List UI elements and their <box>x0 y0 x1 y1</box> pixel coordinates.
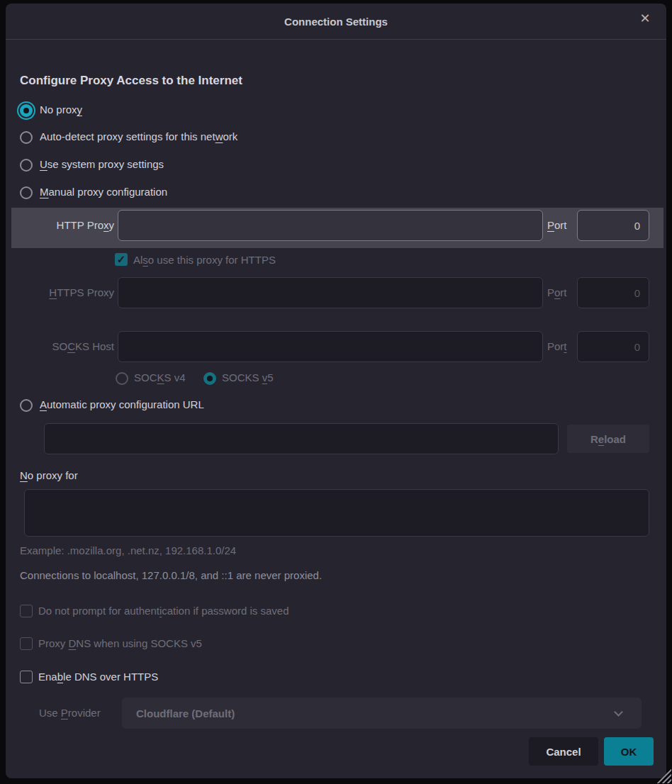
radio-manual-label: Manual proxy configuration <box>40 186 167 198</box>
connection-settings-dialog <box>6 4 666 778</box>
http-port-label: Port <box>547 210 567 241</box>
radio-auto-detect-label: Auto-detect proxy settings for this netw… <box>40 130 237 142</box>
provider-dropdown-value: Cloudflare (Default) <box>136 707 235 719</box>
radio-auto-url-label: Automatic proxy configuration URL <box>40 398 204 410</box>
no-proxy-for-label: No proxy for <box>20 469 78 481</box>
radio-socks-v4-label: SOCKS v4 <box>134 371 186 383</box>
http-port-input[interactable] <box>577 210 649 241</box>
reload-button[interactable]: Reload <box>567 425 649 453</box>
radio-no-proxy-label: No proxy <box>40 103 82 116</box>
chevron-down-icon <box>614 707 623 717</box>
check-icon: ✓ <box>117 253 126 265</box>
also-https-label: Also use this proxy for HTTPS <box>133 254 276 266</box>
radio-socks-v4[interactable] <box>116 372 128 385</box>
proxy-dns-checkbox[interactable] <box>20 637 33 650</box>
socks-port-label: Port <box>547 331 567 362</box>
https-proxy-label: HTTPS Proxy <box>14 277 114 308</box>
socks-host-label: SOCKS Host <box>14 331 114 362</box>
no-prompt-auth-label: Do not prompt for authentication if pass… <box>38 605 289 617</box>
no-proxy-for-textarea[interactable] <box>24 489 649 537</box>
radio-manual[interactable] <box>20 186 33 199</box>
dialog-title: Connection Settings <box>6 4 666 40</box>
auto-url-input[interactable] <box>44 423 559 454</box>
socks-host-input[interactable] <box>118 331 543 362</box>
https-port-input[interactable] <box>577 277 649 308</box>
enable-doh-label: Enable DNS over HTTPS <box>38 671 158 683</box>
ok-button[interactable]: OK <box>604 737 654 766</box>
http-proxy-label: HTTP Proxy <box>14 210 114 241</box>
socks-port-input[interactable] <box>577 331 649 362</box>
radio-auto-detect[interactable] <box>20 131 33 144</box>
provider-dropdown[interactable]: Cloudflare (Default) <box>122 698 642 729</box>
no-prompt-auth-checkbox[interactable] <box>20 605 33 617</box>
use-provider-label: Use Provider <box>39 707 101 719</box>
page-title: Configure Proxy Access to the Internet <box>20 74 242 88</box>
also-https-checkbox[interactable]: ✓ <box>115 253 128 266</box>
http-proxy-input[interactable] <box>118 210 543 241</box>
no-proxy-example-text: Example: .mozilla.org, .net.nz, 192.168.… <box>20 544 236 556</box>
radio-socks-v5-label: SOCKS v5 <box>222 371 274 383</box>
dialog-header: Connection Settings <box>6 4 666 40</box>
radio-socks-v5[interactable] <box>203 372 216 385</box>
radio-use-system-label: Use system proxy settings <box>40 158 164 170</box>
radio-no-proxy[interactable] <box>20 104 33 117</box>
never-proxied-note: Connections to localhost, 127.0.0.1/8, a… <box>20 569 322 581</box>
radio-auto-url[interactable] <box>20 399 33 412</box>
cancel-button[interactable]: Cancel <box>529 737 598 766</box>
proxy-dns-label: Proxy DNS when using SOCKS v5 <box>38 637 202 649</box>
https-port-label: Port <box>547 277 567 308</box>
enable-doh-checkbox[interactable] <box>20 671 33 683</box>
radio-use-system[interactable] <box>20 159 33 172</box>
https-proxy-input[interactable] <box>118 277 543 308</box>
close-icon[interactable]: ✕ <box>637 10 654 27</box>
